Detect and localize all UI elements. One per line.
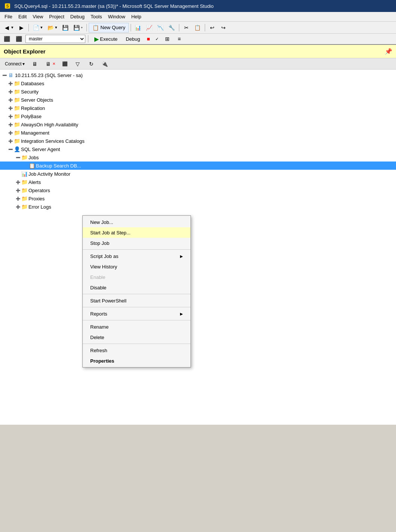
ctx-delete[interactable]: Delete xyxy=(83,332,191,342)
ctx-rename-label: Rename xyxy=(90,324,109,330)
new-file-button[interactable]: 📄 ▾ xyxy=(31,23,45,33)
tree-item-backup-db[interactable]: 📋 Backup Search DB... xyxy=(0,162,396,170)
server-node[interactable]: ➖ 🖥 10.211.55.23 (SQL Server - sa) xyxy=(0,71,396,79)
ctx-stop-job[interactable]: Stop Job xyxy=(83,238,191,248)
tool-btn1[interactable]: 📊 xyxy=(133,23,143,33)
query-tool-btn2[interactable]: ⬛ xyxy=(13,34,24,44)
sql-agent-icon: 👤 xyxy=(13,146,20,152)
back-dropdown[interactable]: ▾ xyxy=(11,25,13,30)
tree-item-sql-agent[interactable]: ➖ 👤 SQL Server Agent xyxy=(0,145,396,153)
stop-button[interactable]: ■ xyxy=(145,34,152,44)
pin-icon[interactable]: 📌 xyxy=(385,48,392,55)
menu-tools[interactable]: Tools xyxy=(88,13,105,21)
app-icon: S xyxy=(4,2,11,10)
tool-btn4[interactable]: 🔧 xyxy=(167,23,177,33)
new-oe-btn[interactable]: 🖥 xyxy=(29,60,41,68)
save-button[interactable]: 💾 xyxy=(60,23,70,33)
ctx-rename[interactable]: Rename xyxy=(83,322,191,332)
forward-button[interactable]: ▶ xyxy=(16,23,27,33)
ctx-refresh[interactable]: Refresh xyxy=(83,345,191,356)
tree-item-alwayson[interactable]: ➕ 📁 AlwaysOn High Availability xyxy=(0,120,396,129)
database-selector[interactable]: master xyxy=(25,35,85,43)
proxies-expand: ➕ xyxy=(15,196,21,202)
ctx-new-job[interactable]: New Job... xyxy=(83,217,191,227)
close-connection-btn[interactable]: 🔌 xyxy=(99,60,111,68)
stop-icon: ■ xyxy=(147,36,150,42)
redo-button[interactable]: ↪ xyxy=(218,23,229,33)
sep4 xyxy=(179,24,179,31)
tree-item-jobs[interactable]: ➖ 📁 Jobs xyxy=(0,153,396,162)
tree-item-alerts[interactable]: ➕ 📁 Alerts xyxy=(0,178,396,186)
results-text-icon: ≡ xyxy=(176,36,183,42)
menu-edit[interactable]: Edit xyxy=(15,13,30,21)
ctx-start-powershell[interactable]: Start PowerShell xyxy=(83,295,191,306)
tool-btn2[interactable]: 📈 xyxy=(144,23,155,33)
back-button[interactable]: ◀ ▾ xyxy=(1,23,15,33)
execute-label: Execute xyxy=(100,36,118,42)
debug-button[interactable]: Debug xyxy=(122,35,143,43)
tree-item-operators[interactable]: ➕ 📁 Operators xyxy=(0,186,396,194)
tree-item-management[interactable]: ➕ 📁 Management xyxy=(0,129,396,137)
redo-icon: ↪ xyxy=(220,24,227,31)
ctx-script-job-arrow: ▶ xyxy=(180,254,183,258)
tree-item-databases[interactable]: ➕ 📁 Databases xyxy=(0,79,396,87)
menu-debug[interactable]: Debug xyxy=(67,13,88,21)
tree-container: ➖ 🖥 10.211.55.23 (SQL Server - sa) ➕ 📁 D… xyxy=(0,70,396,425)
sep2 xyxy=(86,24,87,31)
tree-item-polybase[interactable]: ➕ 📁 PolyBase xyxy=(0,112,396,120)
refresh-oe-btn[interactable]: ↻ xyxy=(85,60,97,68)
disconnect-btn[interactable]: 🖥 ✕ xyxy=(42,60,58,68)
menu-view[interactable]: View xyxy=(30,13,46,21)
connect-button[interactable]: Connect ▾ xyxy=(2,60,27,68)
open-button[interactable]: 📂 ▾ xyxy=(45,23,59,33)
ctx-disable[interactable]: Disable xyxy=(83,282,191,293)
menu-help[interactable]: Help xyxy=(128,13,144,21)
ctx-start-job-at-step[interactable]: Start Job at Step... xyxy=(83,227,191,238)
query-tool-btn1[interactable]: ⬛ xyxy=(1,34,12,44)
results-grid-button[interactable]: ⊞ xyxy=(162,34,173,44)
tree-item-proxies[interactable]: ➕ 📁 Proxies xyxy=(0,194,396,203)
disconnect-x: ✕ xyxy=(52,62,55,66)
menu-project[interactable]: Project xyxy=(46,13,67,21)
parse-button[interactable]: ✓ xyxy=(153,34,161,44)
backup-icon: 📋 xyxy=(28,163,35,169)
menu-window[interactable]: Window xyxy=(105,13,128,21)
ctx-properties[interactable]: Properties xyxy=(83,356,191,366)
error-logs-icon: 📁 xyxy=(21,204,28,210)
execute-button[interactable]: ▶ Execute xyxy=(91,34,121,44)
undo-button[interactable]: ↩ xyxy=(207,23,217,33)
ctx-script-job-as[interactable]: Script Job as ▶ xyxy=(83,251,191,261)
error-logs-expand: ➕ xyxy=(15,204,21,210)
svg-text:S: S xyxy=(6,4,9,8)
cut-button[interactable]: ✂ xyxy=(181,23,192,33)
filter-btn[interactable]: ▽ xyxy=(72,60,84,68)
tree-item-job-activity[interactable]: 📊 Job Activity Monitor xyxy=(0,170,396,178)
tool-btn3[interactable]: 📉 xyxy=(155,23,166,33)
tree-item-server-objects[interactable]: ➕ 📁 Server Objects xyxy=(0,96,396,104)
tree-item-security[interactable]: ➕ 📁 Security xyxy=(0,87,396,96)
ctx-reports-label: Reports xyxy=(90,311,107,317)
tree-item-integration[interactable]: ➕ 📁 Integration Services Catalogs xyxy=(0,137,396,145)
tree-item-error-logs[interactable]: ➕ 📁 Error Logs xyxy=(0,203,396,211)
ctx-view-history[interactable]: View History xyxy=(83,261,191,272)
menu-file[interactable]: File xyxy=(1,13,15,21)
new-query-button[interactable]: 📋 New Query xyxy=(89,23,129,33)
ctx-properties-label: Properties xyxy=(90,358,114,364)
oe-toolbar: Connect ▾ 🖥 🖥 ✕ ⬛ ▽ ↻ 🔌 xyxy=(0,58,396,70)
ctx-reports[interactable]: Reports ▶ xyxy=(83,308,191,319)
menu-bar: File Edit View Project Debug Tools Windo… xyxy=(0,12,396,22)
new-file-icon: 📄 xyxy=(33,24,39,31)
results-text-button[interactable]: ≡ xyxy=(174,34,185,44)
save-all-button[interactable]: 💾 + xyxy=(71,23,85,33)
operators-icon: 📁 xyxy=(21,187,28,193)
ctx-enable: Enable xyxy=(83,272,191,282)
tree-item-replication[interactable]: ➕ 📁 Replication xyxy=(0,104,396,112)
ctx-reports-arrow: ▶ xyxy=(180,312,183,316)
stop-oe-btn[interactable]: ⬛ xyxy=(60,60,70,68)
copy-button[interactable]: 📋 xyxy=(192,23,203,33)
tool-icon3: 📉 xyxy=(157,24,164,31)
close-conn-icon: 🔌 xyxy=(101,61,108,67)
ctx-delete-label: Delete xyxy=(90,335,104,340)
operators-label: Operators xyxy=(28,188,395,193)
connect-dropdown[interactable]: ▾ xyxy=(22,61,25,67)
